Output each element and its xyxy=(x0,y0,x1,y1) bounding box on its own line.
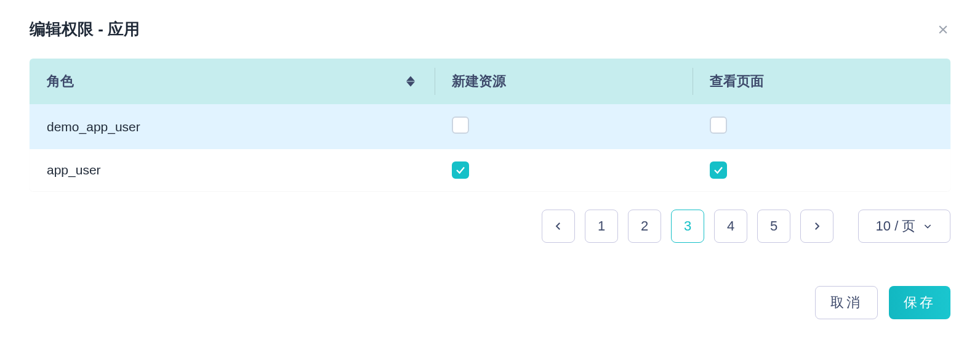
sort-icon[interactable] xyxy=(406,76,415,87)
pagination: 12345 10 / 页 xyxy=(30,210,950,243)
column-header-role[interactable]: 角色 xyxy=(30,59,435,104)
view-checkbox[interactable] xyxy=(710,161,727,179)
pagination-page-label: 2 xyxy=(641,218,648,234)
view-cell xyxy=(693,104,950,149)
modal-footer: 取消 保存 xyxy=(30,286,950,319)
page-size-label: 10 / 页 xyxy=(876,217,916,235)
close-button[interactable] xyxy=(936,22,950,37)
create-checkbox[interactable] xyxy=(452,161,469,179)
pagination-page-4[interactable]: 4 xyxy=(714,210,747,243)
pagination-page-label: 5 xyxy=(770,218,777,234)
modal-title: 编辑权限 - 应用 xyxy=(30,18,140,40)
permissions-table: 角色 新建资源 查看页面 demo_app_userapp_user xyxy=(30,59,950,191)
cancel-button-label: 取消 xyxy=(830,293,862,312)
create-cell xyxy=(435,149,693,191)
pagination-next-button[interactable] xyxy=(800,210,833,243)
check-icon xyxy=(713,165,724,176)
view-cell xyxy=(693,149,950,191)
column-header-view: 查看页面 xyxy=(693,59,950,104)
check-icon xyxy=(455,165,466,176)
page-size-select[interactable]: 10 / 页 xyxy=(858,210,950,243)
pagination-page-label: 3 xyxy=(684,218,691,234)
pagination-page-3[interactable]: 3 xyxy=(671,210,704,243)
role-name: app_user xyxy=(47,163,101,177)
pagination-prev-button[interactable] xyxy=(542,210,575,243)
column-header-view-label: 查看页面 xyxy=(710,73,764,89)
permissions-table-wrap: 角色 新建资源 查看页面 demo_app_userapp_user xyxy=(30,59,950,191)
chevron-left-icon xyxy=(553,221,564,232)
cancel-button[interactable]: 取消 xyxy=(815,286,878,319)
save-button[interactable]: 保存 xyxy=(889,286,950,319)
pagination-page-label: 1 xyxy=(598,218,605,234)
create-checkbox[interactable] xyxy=(452,116,469,134)
column-header-create-label: 新建资源 xyxy=(452,73,506,89)
role-name: demo_app_user xyxy=(47,120,140,134)
pagination-page-5[interactable]: 5 xyxy=(757,210,790,243)
pagination-page-1[interactable]: 1 xyxy=(585,210,618,243)
edit-permissions-modal: 编辑权限 - 应用 角色 新建资源 xyxy=(0,0,980,338)
close-icon xyxy=(937,23,949,36)
pagination-page-label: 4 xyxy=(727,218,734,234)
chevron-right-icon xyxy=(811,221,822,232)
view-checkbox[interactable] xyxy=(710,116,727,134)
table-row: demo_app_user xyxy=(30,104,950,149)
column-header-role-label: 角色 xyxy=(47,73,74,89)
save-button-label: 保存 xyxy=(904,293,936,312)
role-cell: demo_app_user xyxy=(30,104,435,149)
table-row: app_user xyxy=(30,149,950,191)
modal-header: 编辑权限 - 应用 xyxy=(0,12,980,59)
role-cell: app_user xyxy=(30,149,435,191)
create-cell xyxy=(435,104,693,149)
chevron-down-icon xyxy=(923,221,933,231)
column-header-create: 新建资源 xyxy=(435,59,693,104)
pagination-page-2[interactable]: 2 xyxy=(628,210,661,243)
